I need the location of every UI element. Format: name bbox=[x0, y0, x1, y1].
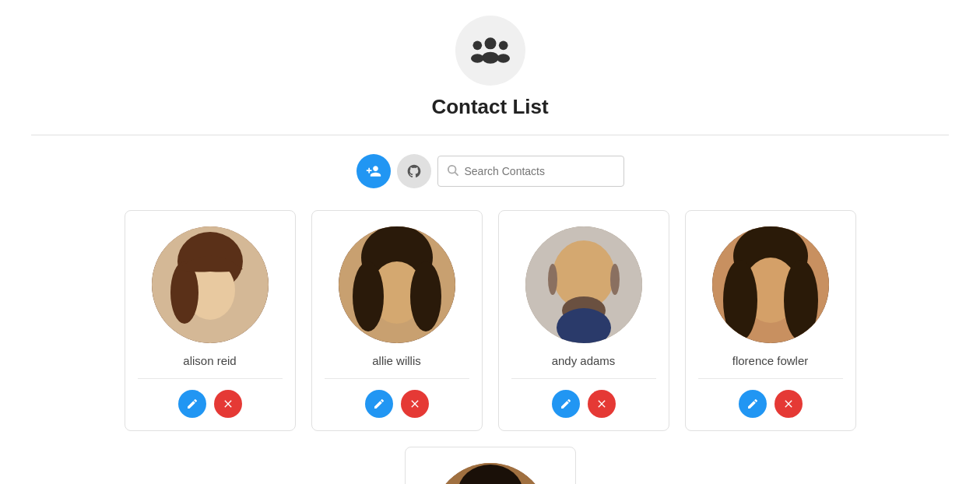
contact-card-5: ricky robertson bbox=[405, 447, 576, 484]
search-input[interactable] bbox=[465, 165, 614, 177]
avatar-image-ricky bbox=[432, 463, 549, 484]
svg-point-2 bbox=[472, 41, 482, 51]
svg-point-0 bbox=[484, 37, 496, 49]
contact-card-4: florence fowler bbox=[685, 210, 856, 431]
avatar-image-andy bbox=[525, 226, 642, 343]
card-divider-1 bbox=[138, 378, 283, 379]
delete-icon-2 bbox=[409, 398, 421, 410]
search-box bbox=[437, 156, 624, 187]
svg-point-25 bbox=[784, 260, 818, 341]
avatar-allie bbox=[339, 226, 455, 343]
card-actions-2 bbox=[365, 390, 429, 418]
page-title: Contact List bbox=[431, 95, 548, 119]
avatar-image-alison bbox=[152, 226, 269, 343]
edit-button-3[interactable] bbox=[552, 390, 580, 418]
delete-button-1[interactable] bbox=[214, 390, 242, 418]
edit-button-2[interactable] bbox=[365, 390, 393, 418]
card-actions-3 bbox=[552, 390, 616, 418]
delete-icon-3 bbox=[595, 398, 608, 410]
contact-name-2: allie willis bbox=[372, 354, 421, 367]
card-divider-4 bbox=[698, 378, 843, 379]
avatar-image-florence bbox=[712, 226, 829, 343]
delete-button-3[interactable] bbox=[588, 390, 616, 418]
svg-point-3 bbox=[471, 54, 484, 63]
svg-point-20 bbox=[610, 264, 620, 295]
edit-icon-3 bbox=[560, 398, 572, 410]
edit-icon-4 bbox=[746, 398, 759, 410]
svg-point-4 bbox=[498, 41, 508, 51]
contact-name-1: alison reid bbox=[183, 354, 236, 367]
card-actions-1 bbox=[178, 390, 242, 418]
svg-point-19 bbox=[548, 264, 557, 295]
card-divider-2 bbox=[325, 378, 469, 379]
avatar-image-allie bbox=[339, 226, 455, 343]
contact-card-2: allie willis bbox=[311, 210, 483, 431]
delete-button-4[interactable] bbox=[775, 390, 803, 418]
avatar-andy bbox=[525, 226, 642, 343]
add-person-icon bbox=[366, 163, 381, 179]
github-icon bbox=[406, 163, 422, 179]
avatar-florence bbox=[712, 226, 829, 343]
card-actions-4 bbox=[739, 390, 803, 418]
contact-card-3: andy adams bbox=[498, 210, 669, 431]
svg-point-13 bbox=[353, 261, 384, 331]
edit-icon-2 bbox=[373, 398, 385, 410]
delete-button-2[interactable] bbox=[401, 390, 429, 418]
toolbar bbox=[31, 154, 949, 188]
contacts-icon bbox=[471, 34, 510, 67]
search-icon bbox=[448, 165, 458, 178]
contact-name-4: florence fowler bbox=[732, 354, 809, 367]
delete-icon-4 bbox=[782, 398, 795, 410]
svg-point-28 bbox=[458, 465, 523, 484]
contacts-icon-circle bbox=[455, 16, 525, 86]
contact-name-3: andy adams bbox=[552, 354, 616, 367]
edit-icon-1 bbox=[186, 398, 198, 410]
edit-button-1[interactable] bbox=[178, 390, 206, 418]
card-divider-3 bbox=[511, 378, 656, 379]
svg-point-5 bbox=[497, 54, 510, 63]
contacts-grid: alison reid bbox=[31, 210, 949, 484]
svg-point-24 bbox=[723, 260, 757, 341]
github-button[interactable] bbox=[397, 154, 431, 188]
delete-icon-1 bbox=[222, 398, 234, 410]
svg-point-1 bbox=[482, 52, 499, 64]
svg-point-14 bbox=[410, 261, 441, 331]
avatar-alison bbox=[152, 226, 269, 343]
contact-card-1: alison reid bbox=[125, 210, 296, 431]
edit-button-4[interactable] bbox=[739, 390, 767, 418]
add-contact-button[interactable] bbox=[357, 154, 391, 188]
avatar-ricky bbox=[432, 463, 549, 484]
page-header: Contact List bbox=[31, 16, 949, 135]
